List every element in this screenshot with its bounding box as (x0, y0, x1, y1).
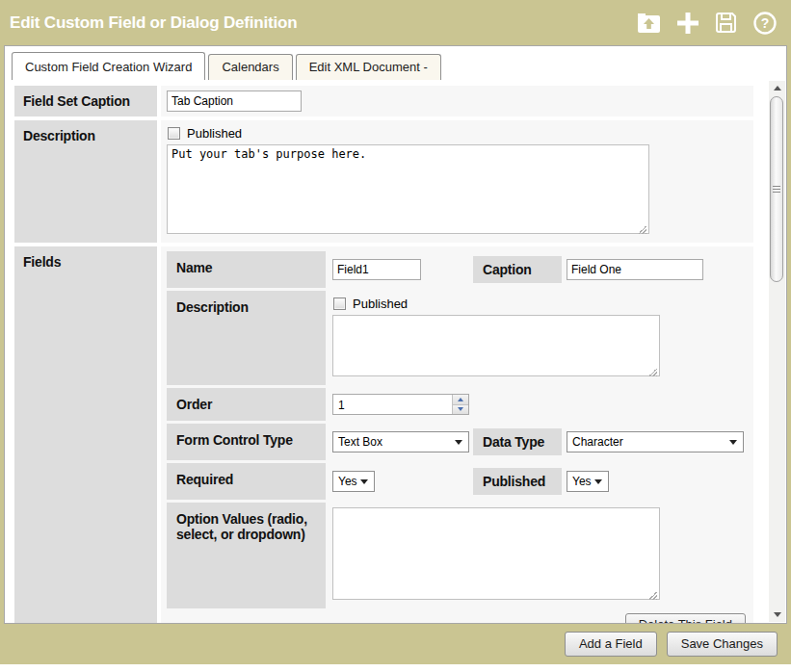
description-textarea-wrap: Put your tab's purpose here. (167, 144, 649, 238)
description-published-label: Published (187, 126, 242, 141)
scroll-up-icon[interactable] (769, 81, 785, 95)
scrollbar-track[interactable] (769, 95, 785, 607)
required-value: Yes (338, 475, 357, 488)
tab-calendars[interactable]: Calendars (208, 54, 292, 80)
save-icon[interactable] (713, 11, 739, 36)
description-label: Description (14, 120, 157, 243)
description-published-row: Published (168, 126, 748, 141)
data-type-value: Character (572, 435, 623, 449)
field-description-cell: Published (329, 291, 748, 385)
order-spinner[interactable]: 1 (332, 394, 469, 415)
tab-edit-xml-document[interactable]: Edit XML Document - (296, 54, 441, 80)
field-description-label: Description (167, 291, 326, 385)
dialog-title: Edit Custom Field or Dialog Definition (10, 13, 297, 33)
description-published-checkbox[interactable] (168, 127, 180, 140)
published-value: Yes (572, 475, 592, 488)
field-published-label: Published (353, 297, 408, 311)
field-required-cell: Yes Published Yes (329, 463, 748, 500)
delete-field-row: Delete This Field (167, 608, 748, 623)
field-published-row: Published (333, 297, 408, 311)
data-type-label: Data Type (473, 428, 562, 455)
save-changes-button[interactable]: Save Changes (667, 632, 778, 657)
field-order-cell: 1 (329, 388, 748, 421)
description-textarea[interactable]: Put your tab's purpose here. (167, 144, 649, 234)
add-a-field-button[interactable]: Add a Field (565, 632, 657, 657)
edit-custom-field-dialog: Edit Custom Field or Dialog Definition (0, 0, 791, 664)
field-name-label: Name (167, 251, 326, 288)
field-required-label: Required (167, 463, 326, 500)
spinner-up-icon[interactable] (453, 395, 468, 404)
tab-custom-field-creation-wizard[interactable]: Custom Field Creation Wizard (12, 52, 205, 80)
add-icon[interactable] (674, 11, 700, 36)
fields-label: Fields (14, 246, 157, 623)
field-published-checkbox[interactable] (333, 297, 346, 310)
fields-cell: Name Caption Description (161, 246, 753, 623)
field-description-textarea[interactable] (332, 315, 660, 376)
field-caption-input[interactable] (567, 259, 703, 280)
chevron-down-icon (594, 479, 602, 484)
option-values-textarea[interactable] (332, 507, 660, 600)
field-set-caption-cell (161, 86, 753, 116)
order-value: 1 (333, 395, 452, 414)
vertical-scrollbar[interactable] (769, 81, 785, 622)
form-control-type-cell: Text Box Data Type Character (329, 424, 748, 460)
data-type-select[interactable]: Character (567, 431, 744, 452)
help-icon[interactable]: ? (751, 11, 778, 36)
field-order-label: Order (167, 388, 326, 421)
form-scroll-area: Field Set Caption Description Published … (5, 80, 786, 623)
form-control-type-label: Form Control Type (167, 424, 326, 460)
spinner-down-icon[interactable] (453, 404, 468, 415)
chevron-down-icon (729, 440, 737, 445)
dialog-footer: Add a Field Save Changes (0, 624, 791, 664)
published-select[interactable]: Yes (567, 471, 609, 492)
option-values-cell (329, 503, 748, 608)
field-name-input[interactable] (332, 259, 421, 280)
option-values-textarea-wrap (332, 507, 660, 604)
svg-text:?: ? (760, 15, 769, 31)
scroll-down-icon[interactable] (769, 607, 785, 622)
field-published-select-label: Published (473, 468, 562, 495)
export-icon[interactable] (636, 11, 662, 36)
field-set-form: Field Set Caption Description Published … (14, 86, 735, 623)
scrollbar-grip-icon (773, 186, 780, 194)
required-select[interactable]: Yes (332, 471, 375, 492)
field-editor-table: Name Caption Description (167, 251, 748, 608)
scrollbar-thumb[interactable] (770, 96, 783, 282)
field-caption-label: Caption (473, 256, 562, 283)
field-set-caption-input[interactable] (167, 90, 302, 112)
field-description-textarea-wrap (332, 315, 660, 380)
field-set-caption-label: Field Set Caption (14, 86, 157, 116)
description-cell: Published Put your tab's purpose here. (161, 120, 753, 243)
form-control-type-select[interactable]: Text Box (332, 431, 469, 452)
tabstrip: Custom Field Creation Wizard Calendars E… (5, 46, 786, 80)
delete-this-field-button[interactable]: Delete This Field (625, 613, 746, 623)
chevron-down-icon (360, 479, 368, 484)
form-control-type-value: Text Box (338, 435, 382, 449)
chevron-down-icon (455, 440, 462, 445)
dialog-titlebar: Edit Custom Field or Dialog Definition (0, 0, 791, 45)
dialog-body: Custom Field Creation Wizard Calendars E… (4, 45, 787, 624)
field-name-cell: Caption (329, 251, 748, 288)
option-values-label: Option Values (radio, select, or dropdow… (167, 503, 326, 608)
